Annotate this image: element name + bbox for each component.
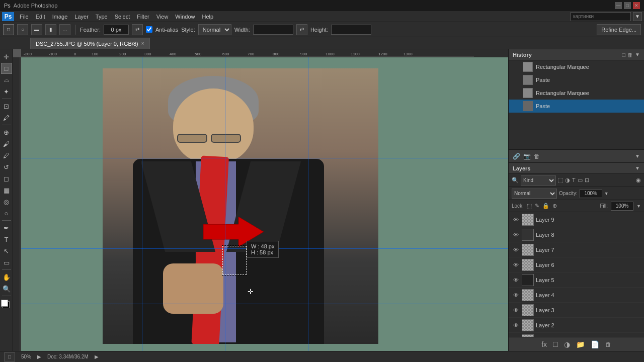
tool-type[interactable]: T xyxy=(1,234,12,245)
menu-view[interactable]: View xyxy=(153,13,172,21)
tool-pen[interactable]: ✒ xyxy=(1,222,12,233)
new-fill-layer-icon[interactable]: ◑ xyxy=(564,340,570,348)
opacity-input[interactable] xyxy=(580,189,602,198)
layer-item-2[interactable]: 👁 Layer 2 xyxy=(509,318,644,333)
layer-item-4[interactable]: 👁 Layer 4 xyxy=(509,288,644,303)
menu-help[interactable]: Help xyxy=(198,13,217,21)
add-style-icon[interactable]: fx xyxy=(541,340,547,348)
layers-header-collapse[interactable]: ▼ xyxy=(635,165,640,171)
marquee-row-icon[interactable]: ▬ xyxy=(31,24,42,35)
anti-alias-checkbox[interactable] xyxy=(146,26,152,33)
lock-position-icon[interactable]: ✎ xyxy=(535,203,539,209)
tool-clone[interactable]: 🖊 xyxy=(1,150,12,161)
tool-hand[interactable]: ✋ xyxy=(1,272,12,283)
menu-type[interactable]: Type xyxy=(92,13,111,21)
menu-window[interactable]: Window xyxy=(172,13,198,21)
layer-item-9[interactable]: 👁 Layer 9 xyxy=(509,212,644,227)
add-mask-icon[interactable]: □ xyxy=(553,340,558,349)
layers-collapse-icon[interactable]: ▼ xyxy=(635,153,640,159)
lock-artboard-icon[interactable]: ⊕ xyxy=(552,203,557,209)
fill-input[interactable] xyxy=(611,202,633,211)
filter-toggle[interactable]: ◉ xyxy=(636,177,641,184)
layer-item-8[interactable]: 👁 Layer 8 xyxy=(509,227,644,242)
tool-eraser[interactable]: ◻ xyxy=(1,173,12,184)
tool-move[interactable]: ✛ xyxy=(1,51,12,62)
tool-zoom[interactable]: 🔍 xyxy=(1,283,12,294)
filter-type-icon[interactable]: T xyxy=(572,177,576,184)
history-item-2[interactable]: Rectangular Marquee xyxy=(509,86,644,100)
height-input[interactable] xyxy=(331,25,371,35)
tool-path-select[interactable]: ↖ xyxy=(1,245,12,256)
history-new-snapshot-icon[interactable]: □ xyxy=(622,52,625,58)
tab-close-icon[interactable]: × xyxy=(141,41,144,46)
status-playback-icon[interactable]: ▶ xyxy=(37,354,41,359)
filter-smart-icon[interactable]: ⊡ xyxy=(585,177,589,184)
lock-all-icon[interactable]: 🔒 xyxy=(542,203,549,209)
status-arrow-right[interactable]: ▶ xyxy=(95,354,99,359)
tool-marquee[interactable]: □ xyxy=(1,63,12,74)
marquee-rect-icon[interactable]: □ xyxy=(3,24,14,35)
tool-gradient[interactable]: ▦ xyxy=(1,185,12,196)
layer-item-1[interactable]: 👁 Layer 1 xyxy=(509,333,644,337)
new-group-icon[interactable]: 📁 xyxy=(576,340,585,348)
menu-filter[interactable]: Filter xyxy=(133,13,152,21)
feather-input[interactable] xyxy=(104,25,129,35)
layer-item-7[interactable]: 👁 Layer 7 xyxy=(509,242,644,257)
tool-blur[interactable]: ◎ xyxy=(1,196,12,207)
opacity-arrow[interactable]: ▼ xyxy=(604,191,609,196)
menu-file[interactable]: File xyxy=(16,13,32,21)
tool-healing[interactable]: ⊕ xyxy=(1,127,12,138)
layer-9-eye-icon[interactable]: 👁 xyxy=(512,216,520,224)
swap-dimensions-icon[interactable]: ⇄ xyxy=(296,24,307,35)
close-button[interactable]: ✕ xyxy=(633,2,640,9)
style-select[interactable]: Normal xyxy=(198,24,231,35)
width-input[interactable] xyxy=(253,25,293,35)
new-layer-icon[interactable]: 📄 xyxy=(591,340,599,348)
search-button[interactable]: ▼ xyxy=(633,12,642,21)
layer-item-6[interactable]: 👁 Layer 6 xyxy=(509,257,644,273)
marquee-col-icon[interactable]: ▮ xyxy=(45,24,56,35)
tool-magic-wand[interactable]: ✦ xyxy=(1,86,12,97)
filter-pixel-icon[interactable]: ⬚ xyxy=(558,177,563,184)
lock-pixels-icon[interactable]: ⬚ xyxy=(527,203,532,209)
maximize-button[interactable]: □ xyxy=(624,2,631,9)
history-collapse-icon[interactable]: ▼ xyxy=(635,52,640,58)
color-fg-bg[interactable] xyxy=(1,300,12,311)
history-item-3[interactable]: Paste xyxy=(509,100,644,113)
menu-layer[interactable]: Layer xyxy=(71,13,92,21)
refine-edge-button[interactable]: Refine Edge... xyxy=(597,24,641,35)
history-panel-header[interactable]: History □ 🗑 ▼ xyxy=(509,49,644,60)
layer-6-eye-icon[interactable]: 👁 xyxy=(512,261,520,269)
tool-lasso[interactable]: ⌓ xyxy=(1,74,12,85)
window-controls[interactable]: — □ ✕ xyxy=(615,2,640,9)
layer-item-3[interactable]: 👁 Layer 3 xyxy=(509,303,644,318)
layer-8-eye-icon[interactable]: 👁 xyxy=(512,231,520,239)
menu-edit[interactable]: Edit xyxy=(32,13,49,21)
filter-adjust-icon[interactable]: ◑ xyxy=(565,177,570,184)
marquee-ellipse-icon[interactable]: ○ xyxy=(17,24,28,35)
tool-crop[interactable]: ⊡ xyxy=(1,101,12,112)
marquee-options-icon[interactable]: … xyxy=(59,24,70,35)
history-item-1[interactable]: Paste xyxy=(509,73,644,86)
tool-eyedropper[interactable]: 🖍 xyxy=(1,112,12,123)
active-tab[interactable]: DSC_2755.JPG @ 50% (Layer 0, RGB/8) × xyxy=(30,38,150,49)
layer-item-5[interactable]: 👁 Layer 5 xyxy=(509,273,644,288)
layer-5-eye-icon[interactable]: 👁 xyxy=(512,276,520,284)
layers-camera-icon[interactable]: 📷 xyxy=(523,153,531,160)
blend-mode-select[interactable]: Normal xyxy=(512,189,557,199)
fill-arrow[interactable]: ▼ xyxy=(636,204,641,209)
history-delete-icon[interactable]: 🗑 xyxy=(627,52,633,58)
layer-2-eye-icon[interactable]: 👁 xyxy=(512,321,520,329)
tool-brush[interactable]: 🖌 xyxy=(1,138,12,149)
layer-7-eye-icon[interactable]: 👁 xyxy=(512,246,520,254)
search-input[interactable] xyxy=(571,12,631,21)
layers-trash-icon[interactable]: 🗑 xyxy=(534,153,540,160)
tool-dodge[interactable]: ○ xyxy=(1,208,12,219)
feather-swap-icon[interactable]: ⇄ xyxy=(132,24,143,35)
minimize-button[interactable]: — xyxy=(615,2,622,9)
layers-link-icon[interactable]: 🔗 xyxy=(513,153,520,160)
canvas-content[interactable]: ✛ W : 48 px H : 58 px xyxy=(21,57,508,351)
tool-shape[interactable]: ▭ xyxy=(1,257,12,268)
filter-shape-icon[interactable]: ▭ xyxy=(578,177,583,184)
filter-kind-select[interactable]: Kind xyxy=(521,175,556,186)
